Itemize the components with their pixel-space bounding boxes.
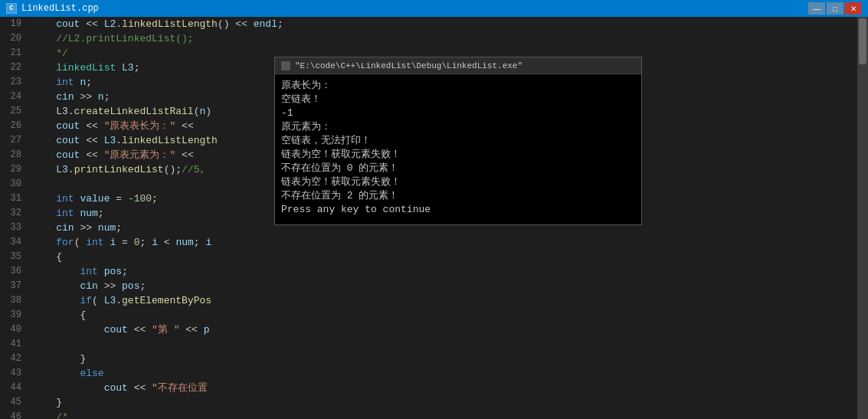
- scrollbar-track[interactable]: [857, 17, 868, 419]
- table-row: 42 }: [0, 352, 868, 366]
- line-content[interactable]: {: [29, 250, 868, 264]
- line-number: 39: [0, 308, 29, 322]
- table-row: 37 cin >> pos;: [0, 279, 868, 293]
- table-row: 40 cout << "第 " << p: [0, 322, 868, 337]
- line-number: 23: [0, 75, 29, 90]
- line-number: 28: [0, 148, 29, 162]
- line-content[interactable]: //L2.printLinkedList();: [29, 31, 868, 46]
- line-content[interactable]: cout << L2.linkedListLength() << endl;: [29, 17, 868, 31]
- line-number: 30: [0, 177, 29, 191]
- line-number: 43: [0, 366, 29, 381]
- table-row: 35 {: [0, 250, 868, 264]
- table-row: 19 cout << L2.linkedListLength() << endl…: [0, 17, 868, 31]
- editor-container: 19 cout << L2.linkedListLength() << endl…: [0, 17, 868, 419]
- table-row: 34 for( int i = 0; i < num; i: [0, 235, 868, 250]
- table-row: 45 }: [0, 395, 868, 410]
- line-number: 41: [0, 337, 29, 352]
- title-bar: C LinkedList.cpp — □ ✕: [0, 0, 868, 17]
- line-number: 25: [0, 104, 29, 119]
- line-number: 19: [0, 17, 29, 31]
- line-content[interactable]: /*: [29, 410, 868, 419]
- window-title: LinkedList.cpp: [21, 3, 99, 14]
- table-row: 39 {: [0, 308, 868, 322]
- scrollbar-thumb[interactable]: [859, 18, 866, 64]
- line-content[interactable]: [29, 337, 868, 352]
- restore-button[interactable]: □: [827, 2, 843, 15]
- title-bar-controls[interactable]: — □ ✕: [808, 2, 862, 15]
- line-number: 24: [0, 90, 29, 104]
- line-number: 33: [0, 221, 29, 235]
- line-content[interactable]: cout << "第 " << p: [29, 322, 868, 337]
- table-row: 38 if( L3.getElementByPos: [0, 293, 868, 308]
- title-bar-left: C LinkedList.cpp: [6, 3, 99, 14]
- line-content[interactable]: }: [29, 395, 868, 410]
- line-number: 35: [0, 250, 29, 264]
- line-number: 40: [0, 322, 29, 337]
- minimize-button[interactable]: —: [808, 2, 825, 15]
- line-number: 22: [0, 61, 29, 75]
- table-row: 36 int pos;: [0, 264, 868, 279]
- line-number: 36: [0, 264, 29, 279]
- line-number: 31: [0, 191, 29, 206]
- line-content[interactable]: {: [29, 308, 868, 322]
- terminal-title: "E:\code\C++\LinkedList\Debug\LinkedList…: [295, 61, 522, 70]
- terminal-content: 原表长为： 空链表！ -1 原元素为： 空链表，无法打印！ 链表为空！获取元素失…: [275, 74, 641, 221]
- terminal-window: "E:\code\C++\LinkedList\Debug\LinkedList…: [274, 57, 642, 225]
- line-number: 32: [0, 206, 29, 221]
- line-content[interactable]: else: [29, 366, 868, 381]
- line-content[interactable]: if( L3.getElementByPos: [29, 293, 868, 308]
- table-row: 41: [0, 337, 868, 352]
- table-row: 20 //L2.printLinkedList();: [0, 31, 868, 46]
- line-content[interactable]: }: [29, 352, 868, 366]
- table-row: 44 cout << "不存在位置: [0, 381, 868, 395]
- line-number: 46: [0, 410, 29, 419]
- line-number: 38: [0, 293, 29, 308]
- line-number: 44: [0, 381, 29, 395]
- line-content[interactable]: int pos;: [29, 264, 868, 279]
- line-number: 37: [0, 279, 29, 293]
- close-button[interactable]: ✕: [845, 2, 862, 15]
- file-icon: C: [6, 3, 17, 14]
- terminal-icon: [281, 61, 290, 70]
- line-number: 26: [0, 119, 29, 133]
- line-number: 42: [0, 352, 29, 366]
- line-content[interactable]: cout << "不存在位置: [29, 381, 868, 395]
- line-content[interactable]: for( int i = 0; i < num; i: [29, 235, 868, 250]
- line-number: 27: [0, 133, 29, 148]
- line-content[interactable]: cin >> pos;: [29, 279, 868, 293]
- line-number: 20: [0, 31, 29, 46]
- table-row: 43 else: [0, 366, 868, 381]
- line-number: 45: [0, 395, 29, 410]
- table-row: 46 /*: [0, 410, 868, 419]
- line-number: 21: [0, 46, 29, 61]
- line-number: 34: [0, 235, 29, 250]
- terminal-title-bar: "E:\code\C++\LinkedList\Debug\LinkedList…: [275, 57, 641, 74]
- line-number: 29: [0, 162, 29, 177]
